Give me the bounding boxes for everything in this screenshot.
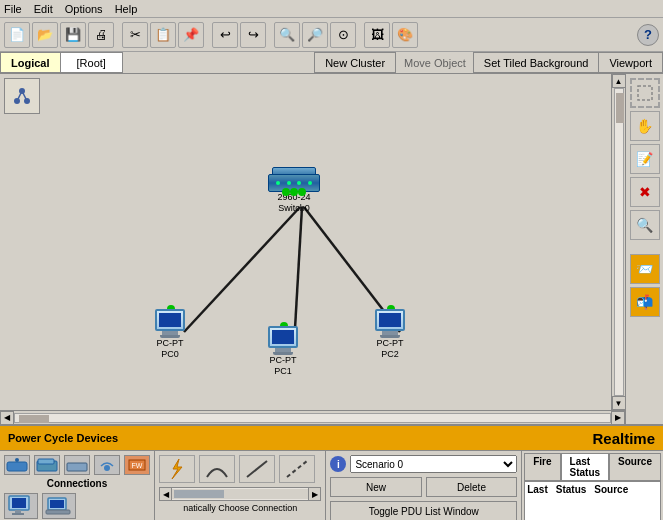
pc1-device[interactable]: PC-PT PC1 xyxy=(268,326,298,377)
firewall-icon[interactable]: FW xyxy=(124,455,150,475)
pc0-device[interactable]: PC-PT PC0 xyxy=(155,309,185,360)
hub-icon[interactable] xyxy=(64,455,90,475)
custom-pdu-tool[interactable]: 📬 xyxy=(630,287,660,317)
svg-rect-13 xyxy=(67,463,87,471)
palette-button[interactable]: 🎨 xyxy=(392,22,418,48)
open-button[interactable]: 📂 xyxy=(32,22,58,48)
vscroll-up[interactable]: ▲ xyxy=(612,74,626,88)
svg-line-26 xyxy=(287,461,307,477)
zoom-tool[interactable]: 🔍 xyxy=(630,210,660,240)
svg-rect-22 xyxy=(50,500,64,508)
pc-device-icon[interactable] xyxy=(4,493,38,519)
root-label: [Root] xyxy=(77,57,106,69)
redo-button[interactable]: ↪ xyxy=(240,22,266,48)
svg-rect-9 xyxy=(7,462,27,471)
pc2-device[interactable]: PC-PT PC2 xyxy=(375,309,405,360)
viewport-button[interactable]: Viewport xyxy=(598,52,663,73)
zoom-reset-button[interactable]: ⊙ xyxy=(330,22,356,48)
connections-row xyxy=(159,455,321,483)
pdu-tool[interactable]: 📨 xyxy=(630,254,660,284)
delete-scenario-button[interactable]: Delete xyxy=(426,477,517,497)
svg-line-0 xyxy=(184,207,300,332)
zoom-out-button[interactable]: 🔎 xyxy=(302,22,328,48)
power-bar: Power Cycle Devices Realtime xyxy=(0,426,663,450)
scenario-panel: i Scenario 0 New Delete Toggle PDU List … xyxy=(326,451,522,520)
paste-button[interactable]: 📌 xyxy=(178,22,204,48)
vscroll-down[interactable]: ▼ xyxy=(612,396,626,410)
scenario-header: i Scenario 0 xyxy=(330,455,517,473)
last-status-tab[interactable]: Last Status xyxy=(561,453,610,481)
svg-rect-18 xyxy=(12,498,26,508)
save-button[interactable]: 💾 xyxy=(60,22,86,48)
fire-content: Last Status Source xyxy=(524,481,661,520)
scenario-select[interactable]: Scenario 0 xyxy=(350,455,517,473)
realtime-label: Realtime xyxy=(592,430,655,447)
conn-scroll-left[interactable]: ◀ xyxy=(160,488,172,500)
canvas-inner: 2960-24 Switch0 PC-PT xyxy=(0,74,625,410)
image-button[interactable]: 🖼 xyxy=(364,22,390,48)
straight-connection-icon[interactable] xyxy=(239,455,275,483)
conn-scroll-right[interactable]: ▶ xyxy=(308,488,320,500)
conn-scroll-track[interactable] xyxy=(172,489,308,499)
svg-rect-19 xyxy=(15,510,21,513)
print-button[interactable]: 🖨 xyxy=(88,22,114,48)
fire-header-row: Last Status Source xyxy=(527,484,628,495)
pc0-icon xyxy=(155,309,185,338)
fire-panel: Fire Last Status Source Last Status Sour… xyxy=(522,451,663,520)
vscroll-track[interactable] xyxy=(614,88,624,396)
menu-help[interactable]: Help xyxy=(115,3,138,15)
zoom-in-button[interactable]: 🔍 xyxy=(274,22,300,48)
source-tab[interactable]: Source xyxy=(609,453,661,481)
new-cluster-button[interactable]: New Cluster xyxy=(314,52,396,73)
hand-tool[interactable]: ✋ xyxy=(630,111,660,141)
right-panel: ✋ 📝 ✖ 🔍 📨 📬 xyxy=(625,74,663,424)
pc1-icon xyxy=(268,326,298,355)
copy-button[interactable]: 📋 xyxy=(150,22,176,48)
hscroll-track[interactable] xyxy=(14,413,611,423)
laptop-icon[interactable] xyxy=(42,493,76,519)
hscroll-thumb[interactable] xyxy=(19,415,49,423)
hscroll-right[interactable]: ▶ xyxy=(611,411,625,425)
curved-connection-icon[interactable] xyxy=(199,455,235,483)
pc2-label: PC-PT PC2 xyxy=(377,338,404,360)
pc1-label: PC-PT PC1 xyxy=(270,355,297,377)
new-button[interactable]: 📄 xyxy=(4,22,30,48)
menubar: File Edit Options Help xyxy=(0,0,663,18)
svg-point-14 xyxy=(104,465,110,471)
menu-options[interactable]: Options xyxy=(65,3,103,15)
power-label: Power Cycle Devices xyxy=(8,432,118,444)
note-tool[interactable]: 📝 xyxy=(630,144,660,174)
undo-button[interactable]: ↩ xyxy=(212,22,238,48)
new-scenario-button[interactable]: New xyxy=(330,477,421,497)
switch-device-icon[interactable] xyxy=(34,455,60,475)
cut-button[interactable]: ✂ xyxy=(122,22,148,48)
select-tool[interactable] xyxy=(630,78,660,108)
logical-tab[interactable]: Logical xyxy=(0,52,61,73)
canvas-draw[interactable]: 2960-24 Switch0 PC-PT xyxy=(0,74,611,410)
switch-device[interactable]: 2960-24 Switch0 xyxy=(268,174,320,214)
hscroll-left[interactable]: ◀ xyxy=(0,411,14,425)
svg-marker-24 xyxy=(172,459,182,479)
wireless-icon[interactable] xyxy=(94,455,120,475)
vscroll-thumb[interactable] xyxy=(616,93,624,123)
select-icon xyxy=(636,84,654,102)
connections-label: Connections xyxy=(4,478,150,489)
devices-panel: FW Connections xyxy=(0,451,155,520)
info-button[interactable]: ? xyxy=(637,24,659,46)
bottom-panel: FW Connections xyxy=(0,450,663,520)
canvas-hscroll: ◀ ▶ xyxy=(0,410,625,424)
fire-tabs: Fire Last Status Source xyxy=(524,453,661,481)
canvas-tool-icon[interactable] xyxy=(4,78,40,114)
menu-file[interactable]: File xyxy=(4,3,22,15)
dashed-connection-icon[interactable] xyxy=(279,455,315,483)
fire-tab[interactable]: Fire xyxy=(524,453,560,481)
conn-scroll-thumb[interactable] xyxy=(174,490,224,498)
lightning-connection-icon[interactable] xyxy=(159,455,195,483)
toggle-pdu-button[interactable]: Toggle PDU List Window xyxy=(330,501,517,520)
set-tiled-bg-button[interactable]: Set Tiled Background xyxy=(473,52,600,73)
delete-tool[interactable]: ✖ xyxy=(630,177,660,207)
svg-rect-23 xyxy=(46,510,70,514)
status-col-header: Status xyxy=(556,484,587,495)
router-icon[interactable] xyxy=(4,455,30,475)
menu-edit[interactable]: Edit xyxy=(34,3,53,15)
